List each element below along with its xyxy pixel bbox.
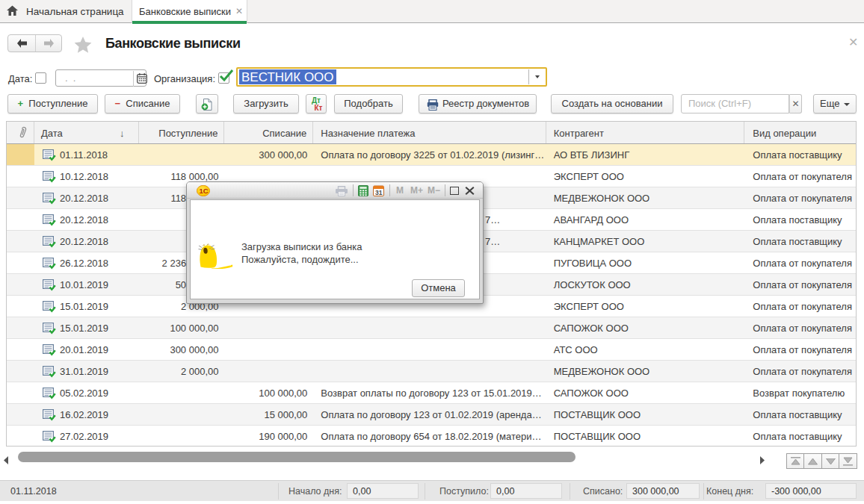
- svg-text:31: 31: [375, 189, 383, 196]
- svg-text:1С: 1С: [199, 187, 208, 195]
